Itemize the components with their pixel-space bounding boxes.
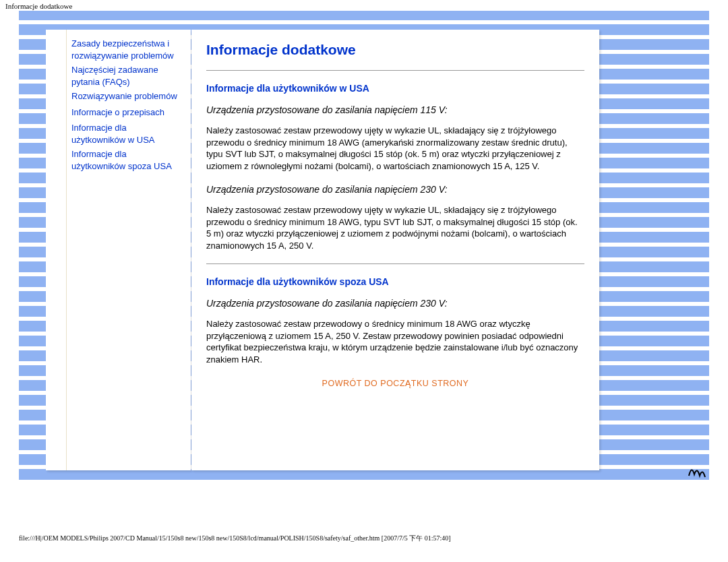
paragraph-230v-non-usa: Należy zastosować zestaw przewodowy o śr… bbox=[206, 318, 584, 365]
sidebar-link-regulations[interactable]: Informacje o przepisach bbox=[71, 107, 164, 117]
sidebar: Zasady bezpieczeństwa i rozwiązywanie pr… bbox=[46, 30, 191, 470]
background-panel: Zasady bezpieczeństwa i rozwiązywanie pr… bbox=[19, 11, 709, 480]
divider bbox=[206, 70, 584, 71]
paragraph-230v-usa: Należy zastosować zestaw przewodowy ujęt… bbox=[206, 204, 584, 251]
subheading-115v: Urządzenia przystosowane do zasilania na… bbox=[206, 104, 584, 115]
content-panel: Informacje dodatkowe Informacje dla użyt… bbox=[191, 30, 599, 470]
divider bbox=[206, 263, 584, 264]
sidebar-link-faqs[interactable]: Najczęściej zadawane pytania (FAQs) bbox=[71, 65, 158, 87]
sidebar-links: Zasady bezpieczeństwa i rozwiązywanie pr… bbox=[71, 38, 183, 175]
section-heading-non-usa: Informacje dla użytkowników spoza USA bbox=[206, 276, 584, 287]
subheading-230v-non-usa: Urządzenia przystosowane do zasilania na… bbox=[206, 298, 584, 309]
section-heading-usa: Informacje dla użytkowników w USA bbox=[206, 83, 584, 94]
decoration-icon bbox=[688, 462, 708, 481]
sidebar-link-troubleshooting[interactable]: Rozwiązywanie problemów bbox=[71, 91, 177, 101]
footer-file-path: file:///H|/OEM MODELS/Philips 2007/CD Ma… bbox=[19, 534, 451, 543]
back-to-top-link[interactable]: POWRÓT DO POCZĄTKU STRONY bbox=[322, 379, 469, 388]
subheading-230v-usa: Urządzenia przystosowane do zasilania na… bbox=[206, 184, 584, 195]
page-title: Informacje dodatkowe bbox=[206, 42, 584, 58]
sidebar-link-usa-users[interactable]: Informacje dla użytkowników w USA bbox=[71, 123, 155, 145]
sidebar-link-safety[interactable]: Zasady bezpieczeństwa i rozwiązywanie pr… bbox=[71, 38, 174, 61]
paragraph-115v: Należy zastosować zestaw przewodowy ujęt… bbox=[206, 125, 584, 172]
sidebar-link-non-usa-users[interactable]: Informacje dla użytkowników spoza USA bbox=[71, 149, 172, 171]
page-label: Informacje dodatkowe bbox=[5, 2, 72, 10]
